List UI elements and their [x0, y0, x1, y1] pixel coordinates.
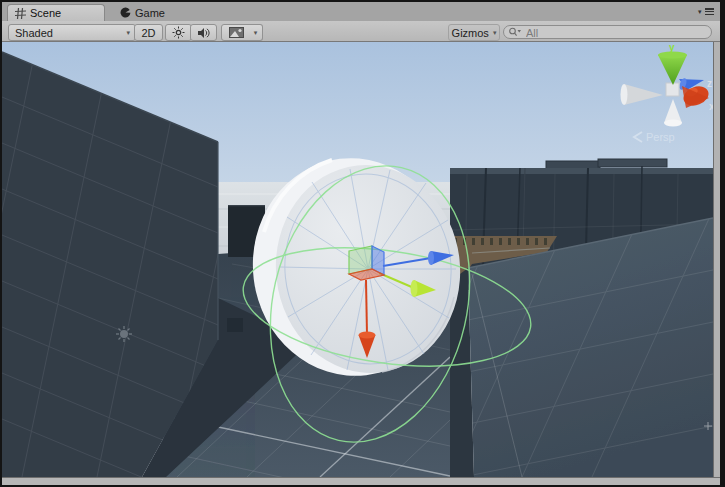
scene-render: y z x Persp — [2, 42, 713, 477]
2d-toggle-button[interactable]: 2D — [134, 24, 163, 41]
grid-icon — [15, 8, 26, 19]
gizmo-center-cube[interactable] — [349, 246, 384, 280]
speaker-icon — [197, 27, 210, 39]
scene-toolbar: Shaded ▾ 2D — [2, 21, 720, 42]
chevron-down-icon: ▾ — [126, 29, 130, 37]
bottom-panel-edge — [2, 477, 720, 485]
right-gutter — [713, 42, 720, 477]
clipped-next-panel — [2, 484, 720, 485]
scene-viewport[interactable]: y z x Persp — [2, 42, 713, 477]
scene-search-field[interactable] — [503, 25, 712, 39]
axis-label-z: z — [707, 78, 712, 89]
audio-toggle-button[interactable] — [190, 24, 217, 41]
projection-label: Persp — [646, 131, 675, 143]
gizmo-center-box[interactable] — [666, 83, 679, 96]
search-input[interactable] — [524, 26, 708, 40]
tab-game-label: Game — [135, 7, 165, 19]
draw-mode-dropdown[interactable]: Shaded ▾ — [8, 24, 136, 41]
tab-options-icon[interactable]: ▾ — [698, 7, 714, 17]
image-icon — [229, 27, 244, 38]
sun-icon — [172, 26, 185, 39]
tab-game[interactable]: Game — [114, 4, 171, 21]
tab-scene-label: Scene — [30, 7, 61, 19]
scene-view-panel: Scene Game ▾ Shaded ▾ 2D — [2, 2, 720, 485]
small-box-far[interactable] — [227, 318, 243, 332]
draw-mode-label: Shaded — [15, 27, 53, 39]
effects-dropdown[interactable]: ▾ — [249, 24, 263, 41]
game-icon — [120, 7, 131, 18]
tab-bar: Scene Game ▾ — [2, 2, 720, 21]
chevron-down-icon: ▾ — [493, 29, 497, 37]
gizmos-dropdown[interactable]: Gizmos ▾ — [448, 24, 500, 41]
lighting-toggle-button[interactable] — [165, 24, 192, 41]
chevron-down-icon: ▾ — [254, 29, 258, 37]
effects-toggle-button[interactable] — [221, 24, 251, 41]
tab-scene[interactable]: Scene — [7, 4, 105, 21]
axis-label-y: y — [669, 42, 675, 53]
search-icon — [508, 27, 522, 37]
